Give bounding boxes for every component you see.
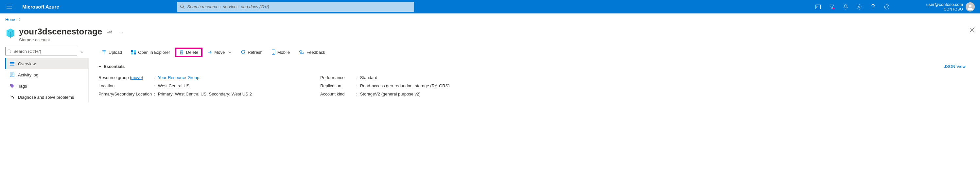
button-label: Open in Explorer [138, 50, 170, 55]
resource-title-row: your3dscenestorage Storage account ··· [5, 25, 975, 46]
command-bar: Upload Open in Explorer Delete Move [99, 46, 975, 59]
feedback-button[interactable]: Feedback [296, 48, 328, 56]
global-search[interactable] [177, 2, 414, 12]
json-view-link[interactable]: JSON View [944, 64, 966, 69]
header-actions [811, 0, 894, 13]
field-value: Primary: West Central US, Secondary: Wes… [158, 92, 252, 96]
essentials-row: Account kind : StorageV2 (general purpos… [320, 90, 449, 98]
bell-icon [843, 4, 848, 10]
svg-point-8 [887, 6, 888, 6]
diagnose-icon [10, 95, 15, 100]
mobile-button[interactable]: Mobile [269, 48, 293, 56]
essentials-grid: Resource group (move) : Your-Resource-Gr… [99, 74, 975, 98]
global-header: Microsoft Azure user@contoso.com CONTOS [0, 0, 980, 13]
svg-point-0 [181, 5, 183, 8]
svg-point-5 [873, 8, 873, 9]
svg-line-1 [183, 7, 185, 8]
svg-rect-21 [134, 53, 136, 55]
user-tenant: CONTOSO [926, 7, 963, 11]
essentials-row: Replication : Read-access geo-redundant … [320, 82, 449, 90]
refresh-button[interactable]: Refresh [237, 48, 266, 56]
tags-icon [10, 84, 15, 88]
close-blade-button[interactable] [969, 27, 975, 32]
move-link[interactable]: move [131, 75, 142, 80]
user-menu[interactable]: user@contoso.com CONTOSO [926, 2, 977, 11]
feedback-button-header[interactable] [880, 0, 894, 13]
field-label: Account kind [320, 92, 356, 96]
global-search-wrap [177, 2, 414, 12]
svg-point-6 [885, 5, 889, 9]
svg-point-10 [8, 50, 11, 52]
field-label: Location [99, 84, 154, 88]
user-email: user@contoso.com [926, 2, 963, 7]
close-icon [969, 27, 975, 32]
cloud-shell-icon [816, 5, 821, 9]
detail-pane: Upload Open in Explorer Delete Move [89, 46, 975, 103]
field-label: Resource group (move) [99, 75, 154, 80]
field-value: Standard [360, 75, 377, 80]
trash-icon [179, 50, 184, 55]
breadcrumb: Home 〉 [0, 13, 980, 25]
chevron-down-icon [99, 66, 102, 67]
essentials-header[interactable]: Essentials JSON View [99, 64, 975, 69]
person-icon [967, 3, 974, 10]
pin-button[interactable] [107, 29, 113, 34]
smiley-icon [884, 4, 889, 10]
button-label: Mobile [277, 50, 290, 55]
more-button[interactable]: ··· [118, 29, 124, 34]
collapse-sidebar-button[interactable]: « [81, 49, 83, 54]
upload-button[interactable]: Upload [99, 48, 125, 56]
svg-point-9 [969, 5, 972, 7]
button-label: Feedback [307, 50, 325, 55]
svg-point-4 [858, 6, 860, 8]
mobile-icon [272, 50, 275, 55]
arrow-right-icon [207, 50, 212, 55]
svg-point-24 [299, 50, 302, 53]
field-label: Replication [320, 84, 356, 88]
field-label: Performance [320, 75, 356, 80]
hamburger-menu[interactable] [3, 0, 16, 13]
breadcrumb-home[interactable]: Home [5, 17, 17, 22]
sidebar-item-label: Overview [18, 61, 36, 66]
settings-button[interactable] [853, 0, 866, 13]
sidebar-item-activity-log[interactable]: Activity log [5, 69, 88, 80]
help-button[interactable] [866, 0, 880, 13]
upload-icon [102, 50, 106, 55]
global-search-input[interactable] [187, 4, 410, 9]
svg-rect-19 [134, 50, 136, 52]
search-icon [180, 5, 185, 9]
directory-filter-button[interactable] [825, 0, 839, 13]
essentials-row: Primary/Secondary Location : Primary: We… [99, 90, 318, 98]
move-button[interactable]: Move [204, 48, 235, 56]
delete-button[interactable]: Delete [176, 48, 202, 56]
svg-rect-2 [816, 5, 820, 9]
field-value: StorageV2 (general purpose v2) [360, 92, 421, 96]
feedback-icon [299, 50, 304, 55]
button-label: Delete [186, 50, 199, 55]
svg-rect-13 [10, 63, 14, 64]
field-value: Read-access geo-redundant storage (RA-GR… [360, 84, 450, 88]
sidebar-search-input[interactable] [13, 49, 75, 54]
notifications-button[interactable] [839, 0, 853, 13]
svg-point-16 [11, 85, 11, 85]
sidebar-item-tags[interactable]: Tags [5, 80, 88, 92]
svg-line-11 [10, 52, 11, 53]
help-icon [872, 4, 875, 10]
resource-group-link[interactable]: Your-Resource-Group [158, 75, 199, 80]
brand-label[interactable]: Microsoft Azure [22, 4, 59, 10]
user-text: user@contoso.com CONTOSO [926, 2, 963, 11]
button-label: Refresh [248, 50, 262, 55]
open-in-explorer-button[interactable]: Open in Explorer [128, 48, 173, 56]
sidebar-search[interactable] [5, 47, 77, 55]
page-subtitle: Storage account [19, 37, 102, 42]
button-label: Move [214, 50, 225, 55]
svg-rect-14 [10, 64, 14, 66]
svg-rect-12 [10, 62, 14, 63]
sidebar-item-overview[interactable]: Overview [5, 58, 88, 69]
cloud-shell-button[interactable] [811, 0, 825, 13]
sidebar-item-label: Tags [18, 84, 27, 88]
essentials-label: Essentials [104, 64, 125, 69]
activity-log-icon [10, 72, 15, 77]
svg-rect-20 [131, 53, 133, 55]
sidebar-item-diagnose[interactable]: Diagnose and solve problems [5, 92, 88, 103]
